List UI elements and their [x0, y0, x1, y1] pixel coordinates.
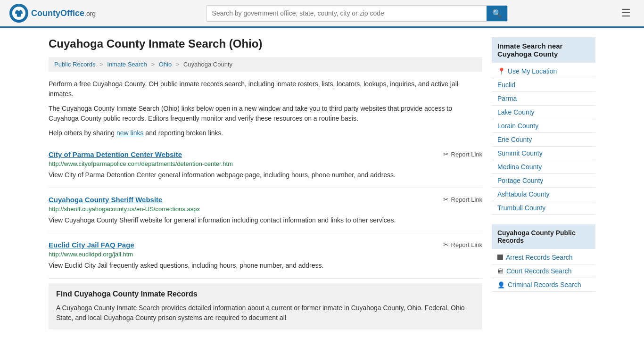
page-title: Cuyahoga County Inmate Search (Ohio) [49, 37, 482, 50]
result-link-3[interactable]: Euclid City Jail FAQ Page [49, 241, 134, 249]
report-label-2: Report Link [451, 196, 482, 203]
find-section-title: Find Cuyahoga County Inmate Records [56, 290, 475, 298]
main-container: Cuyahoga County Inmate Search (Ohio) Pub… [39, 28, 605, 339]
result-desc-2: View Cuyahoga County Sheriff website for… [49, 215, 482, 225]
breadcrumb-inmate-search[interactable]: Inmate Search [107, 61, 147, 68]
nearby-link-summit-county[interactable]: Summit County [497, 149, 543, 157]
records-header-text: Cuyahoga County Public Records [497, 229, 576, 244]
desc-para-1: Perform a free Cuyahoga County, OH publi… [49, 79, 482, 99]
nearby-link-euclid[interactable]: Euclid [497, 81, 515, 89]
nearby-item-lorain-county: Lorain County [492, 119, 595, 133]
result-item-3: Euclid City Jail FAQ Page ✂ Report Link … [49, 233, 482, 279]
site-header: CountyOffice.org 🔍 ☰ [0, 0, 644, 28]
nearby-item-lake-county: Lake County [492, 106, 595, 119]
pin-icon: 📍 [497, 67, 505, 75]
records-section: Cuyahoga County Public Records Arrest Re… [492, 224, 595, 292]
nearby-item-euclid: Euclid [492, 78, 595, 92]
nearby-link-medina-county[interactable]: Medina County [497, 163, 542, 171]
nearby-header: Inmate Search nearCuyahoga County [492, 37, 595, 63]
nearby-section: Inmate Search nearCuyahoga County 📍 Use … [492, 37, 595, 215]
result-title-2: Cuyahoga County Sheriff Website [49, 196, 162, 204]
nearby-link-parma[interactable]: Parma [497, 95, 517, 102]
report-label-3: Report Link [451, 241, 482, 248]
logo-text: CountyOffice.org [31, 8, 96, 18]
records-link-criminal[interactable]: Criminal Records Search [508, 281, 581, 288]
svg-point-3 [17, 8, 20, 11]
nearby-link-ashtabula-county[interactable]: Ashtabula County [497, 190, 550, 198]
svg-point-5 [14, 14, 17, 16]
nearby-list: 📍 Use My Location Euclid Parma Lake Coun… [492, 65, 595, 215]
sidebar: Inmate Search nearCuyahoga County 📍 Use … [492, 37, 595, 329]
logo-icon [9, 4, 28, 23]
arrest-icon [497, 255, 503, 260]
report-link-button-2[interactable]: ✂ Report Link [443, 196, 482, 203]
use-location-link[interactable]: Use My Location [508, 67, 557, 75]
records-item-criminal: 👤 Criminal Records Search [492, 278, 595, 292]
find-section: Find Cuyahoga County Inmate Records A Cu… [49, 283, 482, 329]
report-link-button-1[interactable]: ✂ Report Link [443, 150, 482, 158]
records-link-arrest[interactable]: Arrest Records Search [506, 254, 573, 261]
result-url-1: http://www.cityofparmapolice.com/departm… [49, 160, 482, 167]
scissors-icon-1: ✂ [443, 150, 449, 158]
nearby-header-text: Inmate Search nearCuyahoga County [497, 42, 562, 58]
result-header-3: Euclid City Jail FAQ Page ✂ Report Link [49, 241, 482, 249]
main-content: Cuyahoga County Inmate Search (Ohio) Pub… [49, 37, 482, 329]
result-url-2: http://sheriff.cuyahogacounty.us/en-US/c… [49, 206, 482, 213]
search-button[interactable]: 🔍 [487, 6, 507, 21]
nearby-item-portage-county: Portage County [492, 174, 595, 188]
new-links-link[interactable]: new links [116, 129, 144, 137]
svg-point-4 [21, 14, 24, 16]
desc-para-3: Help others by sharing new links and rep… [49, 128, 482, 138]
scissors-icon-3: ✂ [443, 241, 449, 248]
result-item-1: City of Parma Detention Center Website ✂… [49, 143, 482, 188]
result-title-3: Euclid City Jail FAQ Page [49, 241, 134, 249]
scissors-icon-2: ✂ [443, 196, 449, 203]
find-section-desc: A Cuyahoga County Inmate Search provides… [56, 303, 475, 323]
nearby-item-medina-county: Medina County [492, 160, 595, 174]
result-url-link-3[interactable]: http://www.euclidpd.org/jail.htm [49, 251, 133, 258]
result-header-2: Cuyahoga County Sheriff Website ✂ Report… [49, 196, 482, 204]
result-link-2[interactable]: Cuyahoga County Sheriff Website [49, 196, 162, 204]
nearby-item-summit-county: Summit County [492, 147, 595, 160]
records-link-court[interactable]: Court Records Search [506, 267, 572, 275]
breadcrumb-current: Cuyahoga County [183, 61, 232, 68]
result-url-link-1[interactable]: http://www.cityofparmapolice.com/departm… [49, 160, 233, 167]
result-title-1: City of Parma Detention Center Website [49, 150, 182, 158]
breadcrumb: Public Records > Inmate Search > Ohio > … [49, 57, 482, 72]
records-item-court: 🏛 Court Records Search [492, 264, 595, 278]
result-link-1[interactable]: City of Parma Detention Center Website [49, 150, 182, 158]
court-icon: 🏛 [497, 268, 504, 275]
desc-para-3-suffix: and reporting broken links. [144, 129, 223, 137]
breadcrumb-sep-3: > [176, 61, 180, 68]
nearby-item-ashtabula-county: Ashtabula County [492, 188, 595, 201]
nearby-link-erie-county[interactable]: Erie County [497, 136, 532, 143]
search-input[interactable] [206, 6, 487, 21]
report-link-button-3[interactable]: ✂ Report Link [443, 241, 482, 248]
desc-para-3-prefix: Help others by sharing [49, 129, 116, 137]
nearby-link-lake-county[interactable]: Lake County [497, 108, 535, 116]
breadcrumb-ohio[interactable]: Ohio [159, 61, 172, 68]
hamburger-menu-button[interactable]: ☰ [618, 5, 635, 21]
nearby-item-parma: Parma [492, 92, 595, 106]
search-area: 🔍 [206, 5, 508, 22]
records-header: Cuyahoga County Public Records [492, 224, 595, 249]
result-item-2: Cuyahoga County Sheriff Website ✂ Report… [49, 188, 482, 233]
breadcrumb-sep-2: > [151, 61, 155, 68]
result-desc-3: View Euclid City Jail frequently asked q… [49, 261, 482, 271]
result-url-link-2[interactable]: http://sheriff.cuyahogacounty.us/en-US/c… [49, 206, 200, 213]
nearby-link-lorain-county[interactable]: Lorain County [497, 122, 538, 130]
result-desc-1: View City of Parma Detention Center gene… [49, 170, 482, 180]
report-label-1: Report Link [451, 151, 482, 158]
result-header-1: City of Parma Detention Center Website ✂… [49, 150, 482, 158]
description-area: Perform a free Cuyahoga County, OH publi… [49, 79, 482, 138]
logo-area: CountyOffice.org [9, 4, 96, 23]
nearby-link-portage-county[interactable]: Portage County [497, 177, 543, 184]
breadcrumb-sep-1: > [99, 61, 103, 68]
breadcrumb-public-records[interactable]: Public Records [54, 61, 95, 68]
use-location-item: 📍 Use My Location [492, 65, 595, 78]
nearby-item-trumbull-county: Trumbull County [492, 201, 595, 215]
criminal-icon: 👤 [497, 281, 505, 288]
nearby-link-trumbull-county[interactable]: Trumbull County [497, 204, 545, 212]
desc-para-2: The Cuyahoga County Inmate Search (Ohio)… [49, 104, 482, 123]
search-bar: 🔍 [206, 5, 508, 22]
